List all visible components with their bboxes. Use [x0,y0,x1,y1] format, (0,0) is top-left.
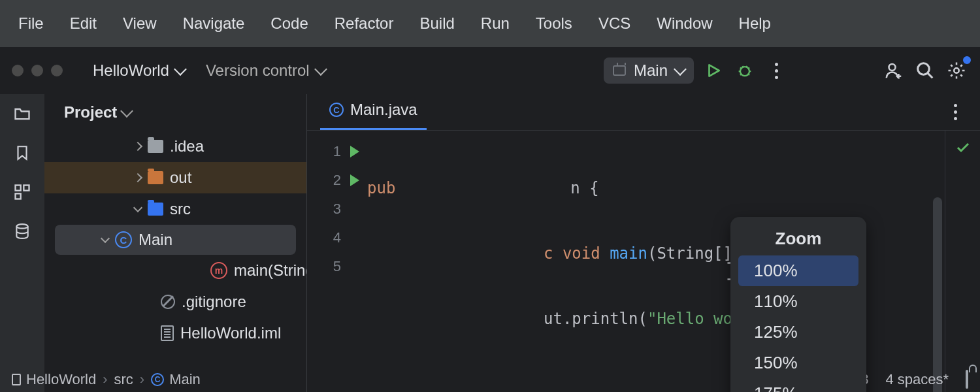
database-icon [14,221,31,241]
class-icon: C [329,103,344,117]
database-tool-button[interactable] [12,221,33,242]
tree-label: out [170,169,191,187]
main-toolbar: HelloWorld Version control Main [0,47,980,94]
menu-build[interactable]: Build [406,10,467,37]
ignore-icon [161,295,175,309]
project-switcher[interactable]: HelloWorld [86,59,191,82]
project-panel-header[interactable]: Project [44,94,306,131]
project-panel-title: Project [64,103,117,122]
zoom-popup-title: Zoom [730,223,866,255]
editor-right-gutter [945,131,980,392]
line-number: 3 [333,201,341,218]
menu-view[interactable]: View [110,10,170,37]
zoom-option-150[interactable]: 150% [738,348,858,378]
chevron-down-icon [314,63,327,76]
main-content: Project .idea out [0,94,980,392]
application-icon [613,65,626,76]
menu-code[interactable]: Code [257,10,321,37]
tree-label: Main [139,231,172,249]
zoom-option-110[interactable]: 110% [738,286,858,317]
gear-icon [947,61,966,80]
line-number: 4 [333,229,341,246]
tree-item-idea[interactable]: .idea [44,131,306,162]
menu-tools[interactable]: Tools [523,10,585,37]
project-name-label: HelloWorld [93,61,169,80]
run-button[interactable] [702,59,725,82]
breadcrumb-separator-icon: › [103,371,107,388]
tree-label: .idea [170,137,204,155]
chevron-down-icon [120,105,133,118]
menu-window[interactable]: Window [644,10,725,37]
more-actions-button[interactable] [764,59,788,82]
editor-tab-main[interactable]: C Main.java [320,94,427,130]
bookmarks-tool-button[interactable] [12,142,33,163]
menu-run[interactable]: Run [468,10,523,37]
user-add-icon [884,61,904,80]
line-number: 1 [333,143,341,160]
editor-tab-bar: C Main.java [307,94,980,131]
svg-rect-6 [16,193,21,199]
editor-scrollbar[interactable] [933,197,942,392]
search-icon [915,61,935,80]
settings-button[interactable] [945,59,968,82]
breadcrumb-part: src [114,371,133,388]
folder-icon [148,203,163,216]
run-gutter-icon[interactable] [350,174,359,186]
menu-navigate[interactable]: Navigate [170,10,258,37]
bookmark-icon [14,143,31,163]
tree-item-main-class[interactable]: C Main [55,225,296,255]
zoom-option-175[interactable]: 175% [738,378,858,392]
code-with-me-button[interactable] [882,59,906,82]
structure-icon [13,183,31,201]
project-tree: .idea out src C [44,131,306,392]
bug-icon [736,61,754,80]
chevron-right-icon [133,173,142,182]
window-zoom-icon[interactable] [51,65,63,76]
search-everywhere-button[interactable] [913,59,937,82]
menu-file[interactable]: File [5,10,57,37]
menu-edit[interactable]: Edit [57,10,110,37]
menu-vcs[interactable]: VCS [585,10,644,37]
svg-point-2 [918,63,930,75]
structure-tool-button[interactable] [12,182,33,203]
menu-help[interactable]: Help [726,10,784,37]
line-number: 5 [333,258,341,275]
svg-rect-5 [24,186,29,191]
chevron-down-icon [133,203,142,212]
chevron-down-icon [101,234,110,243]
zoom-option-100[interactable]: 100% [738,255,858,286]
svg-point-3 [954,68,959,73]
editor-body[interactable]: 1 2 3 4 5 pubn { c void main(String[] ar… [307,131,980,392]
readonly-toggle[interactable] [966,371,968,388]
tree-label: HelloWorld.iml [180,324,281,342]
class-icon: C [115,231,132,248]
vcs-widget[interactable]: Version control [199,59,332,82]
tab-more-button[interactable] [943,101,967,124]
run-config-label: Main [634,61,668,80]
lock-icon [966,370,968,389]
run-gutter-icon[interactable] [350,146,359,157]
project-tool-button[interactable] [12,103,33,124]
tree-item-main-method[interactable]: m main(String[]): [44,255,306,286]
menu-refactor[interactable]: Refactor [321,10,407,37]
tab-label: Main.java [350,101,417,119]
more-vertical-icon [775,63,778,79]
run-configuration-selector[interactable]: Main [604,57,694,84]
indent-setting[interactable]: 4 spaces* [885,371,949,388]
tree-item-out[interactable]: out [44,162,306,193]
zoom-option-125[interactable]: 125% [738,317,858,348]
breadcrumb-separator-icon: › [140,371,144,388]
inspection-ok-icon[interactable] [955,140,971,155]
svg-point-1 [889,64,896,71]
window-minimize-icon[interactable] [31,65,43,76]
class-icon: C [151,373,164,386]
chevron-down-icon [674,63,687,76]
method-icon: m [210,262,227,279]
debug-button[interactable] [733,59,757,82]
tree-item-iml[interactable]: HelloWorld.iml [44,318,306,349]
window-close-icon[interactable] [12,65,24,76]
window-controls[interactable] [12,65,63,76]
navigation-breadcrumb[interactable]: HelloWorld › src › CMain [12,371,201,388]
tree-item-gitignore[interactable]: .gitignore [44,286,306,318]
tree-item-src[interactable]: src [44,193,306,225]
